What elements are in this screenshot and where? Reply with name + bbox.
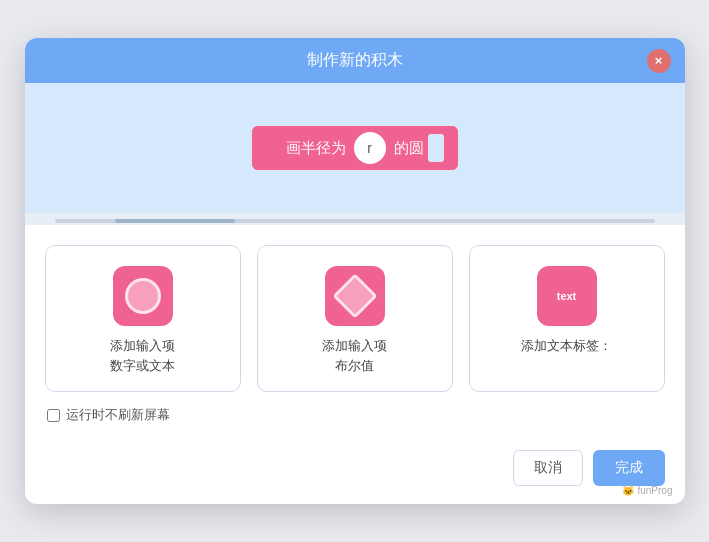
- block-notch-left: [252, 126, 274, 170]
- footer-area: 取消 完成: [25, 440, 685, 504]
- checkbox-area: 运行时不刷新屏幕: [25, 402, 685, 440]
- block-tail: [436, 126, 458, 170]
- close-button[interactable]: ×: [647, 49, 671, 73]
- done-button[interactable]: 完成: [593, 450, 665, 486]
- block-preview: 画半径为 r 的圆: [252, 126, 458, 170]
- scrollbar-thumb[interactable]: [115, 219, 235, 223]
- option-card-boolean[interactable]: 添加输入项 布尔值: [257, 245, 453, 392]
- watermark-icon: 🐱: [622, 485, 634, 496]
- options-area: 添加输入项 数字或文本 添加输入项 布尔值 text 添加文本标签：: [25, 225, 685, 402]
- diamond-icon: [332, 273, 377, 318]
- block-body: 画半径为 r 的圆: [274, 126, 436, 170]
- option-label-2: 添加输入项 布尔值: [322, 336, 387, 375]
- option-label-3: 添加文本标签：: [521, 336, 612, 356]
- option-card-circle[interactable]: 添加输入项 数字或文本: [45, 245, 241, 392]
- scrollbar-area: [25, 213, 685, 225]
- watermark: 🐱 funProg: [622, 485, 672, 496]
- dialog: 制作新的积木 × 画半径为 r 的圆: [25, 38, 685, 504]
- dialog-title: 制作新的积木: [307, 50, 403, 71]
- option-icon-text: text: [537, 266, 597, 326]
- option-icon-boolean: [325, 266, 385, 326]
- scrollbar-track: [55, 219, 655, 223]
- checkbox-label: 运行时不刷新屏幕: [66, 406, 170, 424]
- block-text-after: 的圆: [394, 139, 424, 158]
- option-icon-number-text: [113, 266, 173, 326]
- cancel-button[interactable]: 取消: [513, 450, 583, 486]
- no-refresh-checkbox[interactable]: [47, 409, 60, 422]
- circle-icon: [125, 278, 161, 314]
- block-text-before: 画半径为: [286, 139, 346, 158]
- block-input[interactable]: r: [354, 132, 386, 164]
- text-label-icon: text: [549, 286, 585, 306]
- option-label-1: 添加输入项 数字或文本: [110, 336, 175, 375]
- option-card-text[interactable]: text 添加文本标签：: [469, 245, 665, 392]
- dialog-header: 制作新的积木 ×: [25, 38, 685, 83]
- preview-area: 画半径为 r 的圆: [25, 83, 685, 213]
